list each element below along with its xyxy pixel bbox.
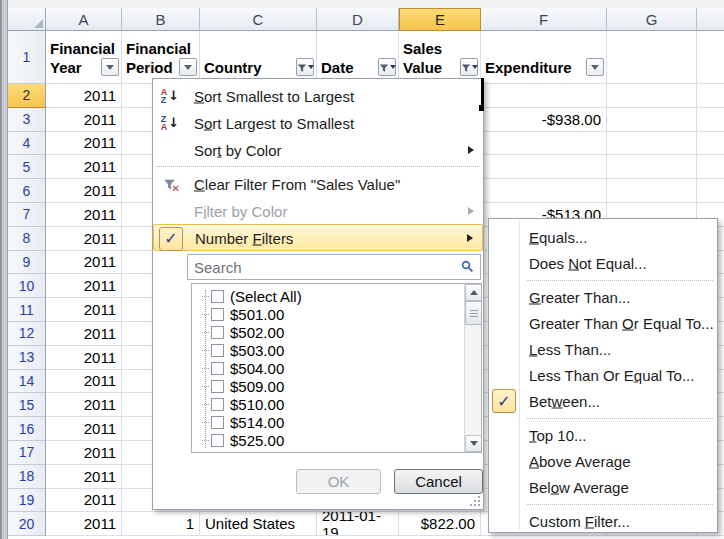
- resize-grip[interactable]: [468, 494, 481, 507]
- cell-H2[interactable]: [697, 84, 724, 108]
- cell-A10[interactable]: 2011: [46, 274, 122, 298]
- menu-item-clear-filter[interactable]: ✕Clear Filter From "Sales Value": [153, 170, 483, 197]
- cell-G4[interactable]: [607, 132, 697, 156]
- fill-handle[interactable]: [479, 105, 485, 111]
- filter-button-c[interactable]: [296, 58, 314, 76]
- filter-value-select-all[interactable]: (Select All): [192, 287, 481, 305]
- checkbox[interactable]: [211, 398, 224, 411]
- cell-H3[interactable]: [697, 108, 724, 132]
- submenu-item-equals[interactable]: Equals...: [489, 224, 717, 250]
- checkbox[interactable]: [211, 362, 224, 375]
- cell-D20[interactable]: 2011-01-19: [317, 512, 399, 536]
- submenu-item-greater-than-or-equal-to[interactable]: Greater Than Or Equal To...: [489, 310, 717, 336]
- col-header-d[interactable]: D: [317, 8, 399, 31]
- filter-value-503-00[interactable]: $503.00: [192, 341, 481, 359]
- scroll-down-button[interactable]: [465, 435, 482, 452]
- cell-A3[interactable]: 2011: [46, 108, 122, 132]
- cell-B1[interactable]: FinancialPeriod: [122, 31, 200, 84]
- row-header-10[interactable]: 10: [8, 274, 46, 298]
- row-header-6[interactable]: 6: [8, 179, 46, 203]
- submenu-item-less-than-or-equal-to[interactable]: Less Than Or Equal To...: [489, 362, 717, 388]
- submenu-item-greater-than[interactable]: Greater Than...: [489, 284, 717, 310]
- cell-F3[interactable]: -$938.00: [481, 108, 607, 132]
- cell-A6[interactable]: 2011: [46, 179, 122, 203]
- row-header-13[interactable]: 13: [8, 346, 46, 370]
- col-header-a[interactable]: A: [46, 8, 122, 31]
- row-header-18[interactable]: 18: [8, 465, 46, 489]
- cell-A17[interactable]: 2011: [46, 441, 122, 465]
- row-header-11[interactable]: 11: [8, 298, 46, 322]
- cell-A7[interactable]: 2011: [46, 203, 122, 227]
- cell-A15[interactable]: 2011: [46, 393, 122, 417]
- cell-F4[interactable]: [481, 132, 607, 156]
- list-scrollbar[interactable]: [464, 284, 481, 452]
- cell-A20[interactable]: 2011: [46, 512, 122, 536]
- cell-H5[interactable]: [697, 155, 724, 179]
- cancel-button[interactable]: Cancel: [394, 469, 483, 494]
- col-header-c[interactable]: C: [200, 8, 317, 31]
- cell-G1[interactable]: [607, 31, 697, 84]
- checkbox[interactable]: [211, 290, 224, 303]
- filter-value-514-00[interactable]: $514.00: [192, 413, 481, 431]
- row-header-16[interactable]: 16: [8, 417, 46, 441]
- col-header-e[interactable]: E: [399, 8, 481, 31]
- checkbox[interactable]: [211, 326, 224, 339]
- cell-A11[interactable]: 2011: [46, 298, 122, 322]
- submenu-item-above-average[interactable]: Above Average: [489, 448, 717, 474]
- filter-button-e[interactable]: [460, 58, 478, 76]
- filter-button-a[interactable]: [101, 58, 119, 76]
- filter-value-509-00[interactable]: $509.00: [192, 377, 481, 395]
- filter-button-b[interactable]: [179, 58, 197, 76]
- cell-A18[interactable]: 2011: [46, 465, 122, 489]
- filter-value-525-00[interactable]: $525.00: [192, 431, 481, 449]
- scroll-up-button[interactable]: [465, 284, 482, 301]
- row-header-7[interactable]: 7: [8, 203, 46, 227]
- menu-item-sort-by-color[interactable]: Sort by Color: [153, 136, 483, 163]
- cell-A12[interactable]: 2011: [46, 322, 122, 346]
- scroll-thumb[interactable]: [465, 301, 482, 325]
- row-header-9[interactable]: 9: [8, 251, 46, 275]
- row-header-19[interactable]: 19: [8, 489, 46, 513]
- col-header-f[interactable]: F: [481, 8, 607, 31]
- menu-item-number-filters[interactable]: ✓Number Filters: [153, 224, 483, 251]
- checkbox[interactable]: [211, 416, 224, 429]
- cell-C20[interactable]: United States: [200, 512, 317, 536]
- row-header-5[interactable]: 5: [8, 155, 46, 179]
- search-input[interactable]: [187, 254, 481, 280]
- select-all-corner[interactable]: [8, 8, 46, 31]
- cell-A8[interactable]: 2011: [46, 227, 122, 251]
- menu-item-sort-largest-to-smallest[interactable]: ZA↓Sort Largest to Smallest: [153, 109, 483, 136]
- cell-H1[interactable]: [697, 31, 724, 84]
- cell-A13[interactable]: 2011: [46, 346, 122, 370]
- row-header-3[interactable]: 3: [8, 108, 46, 132]
- checkbox[interactable]: [211, 344, 224, 357]
- filter-value-502-00[interactable]: $502.00: [192, 323, 481, 341]
- cell-G5[interactable]: [607, 155, 697, 179]
- submenu-item-below-average[interactable]: Below Average: [489, 474, 717, 500]
- checkbox[interactable]: [211, 434, 224, 447]
- row-header-8[interactable]: 8: [8, 227, 46, 251]
- row-header-20[interactable]: 20: [8, 512, 46, 536]
- cell-F2[interactable]: [481, 84, 607, 108]
- submenu-item-custom-filter[interactable]: Custom Filter...: [489, 508, 717, 534]
- row-header-1[interactable]: 1: [8, 31, 46, 84]
- filter-value-partial[interactable]: [192, 449, 481, 453]
- cell-B20[interactable]: 1: [122, 512, 200, 536]
- submenu-item-between[interactable]: ✓Between...: [489, 388, 717, 414]
- submenu-item-top-10[interactable]: Top 10...: [489, 422, 717, 448]
- cell-A19[interactable]: 2011: [46, 489, 122, 513]
- cell-F1[interactable]: Expenditure: [481, 31, 607, 84]
- cell-F5[interactable]: [481, 155, 607, 179]
- col-header-h[interactable]: [697, 8, 724, 31]
- cell-C1[interactable]: Country: [200, 31, 317, 84]
- cell-H6[interactable]: [697, 179, 724, 203]
- col-header-g[interactable]: G: [607, 8, 697, 31]
- submenu-item-less-than[interactable]: Less Than...: [489, 336, 717, 362]
- row-header-4[interactable]: 4: [8, 132, 46, 156]
- submenu-item-does-not-equal[interactable]: Does Not Equal...: [489, 250, 717, 276]
- row-header-17[interactable]: 17: [8, 441, 46, 465]
- cell-G2[interactable]: [607, 84, 697, 108]
- cell-A5[interactable]: 2011: [46, 155, 122, 179]
- cell-F6[interactable]: [481, 179, 607, 203]
- menu-item-sort-smallest-to-largest[interactable]: AZ↓Sort Smallest to Largest: [153, 82, 483, 109]
